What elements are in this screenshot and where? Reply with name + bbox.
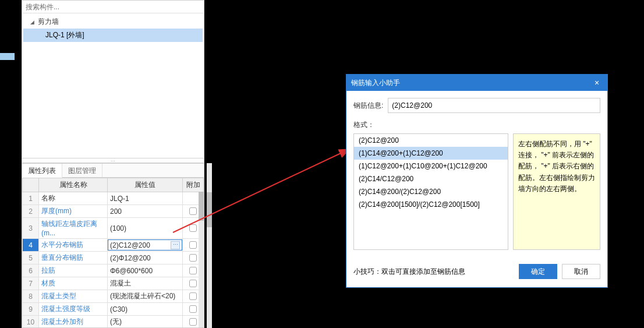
prop-value[interactable]: (2)Φ12@200	[108, 252, 183, 264]
row-index: 8	[23, 290, 39, 303]
prop-value[interactable]: 200	[108, 205, 183, 218]
table-row[interactable]: 3轴线距左墙皮距离(m...(100)	[23, 218, 204, 239]
tab-properties[interactable]: 属性列表	[22, 164, 62, 178]
tree-label: JLQ-1 [外墙]	[45, 31, 84, 39]
prop-label: 混凝土强度等级	[39, 303, 108, 316]
prop-value[interactable]: (2)C12@200⋯	[108, 239, 183, 252]
cancel-button[interactable]: 取消	[562, 264, 600, 279]
outer-scrollbar[interactable]	[207, 163, 212, 328]
tree-node-child[interactable]: JLQ-1 [外墙]	[23, 29, 203, 42]
row-index: 10	[23, 316, 39, 329]
prop-label: 轴线距左墙皮距离(m...	[39, 218, 108, 239]
properties-panel: 属性列表 图层管理 属性名称 属性值 附加 1名称JLQ-12厚度(mm)200…	[22, 163, 204, 328]
scrollbar[interactable]	[199, 192, 204, 328]
search-input[interactable]	[22, 1, 204, 13]
side-marker	[0, 53, 15, 60]
checkbox[interactable]	[189, 254, 197, 262]
prop-value[interactable]: JLQ-1	[108, 192, 183, 205]
prop-label: 拉筋	[39, 264, 108, 277]
format-item[interactable]: (2)C14@200/(2)C12@200	[354, 185, 508, 198]
row-index: 2	[23, 205, 39, 218]
checkbox[interactable]	[189, 241, 197, 249]
ellipsis-icon[interactable]: ⋯	[171, 241, 180, 249]
table-row[interactable]: 8混凝土类型(现浇混凝土碎石<20)	[23, 290, 204, 303]
component-tree-panel: ◢ 剪力墙 JLQ-1 [外墙]	[22, 0, 204, 158]
prop-label: 名称	[39, 192, 108, 205]
format-item[interactable]: (2)C14@200[1500]/(2)C12@200[1500]	[354, 198, 508, 211]
table-row[interactable]: 5垂直分布钢筋(2)Φ12@200	[23, 252, 204, 264]
checkbox[interactable]	[189, 207, 197, 215]
format-item[interactable]: (1)C14@200+(1)C12@200	[354, 147, 508, 160]
table-row[interactable]: 7材质混凝土	[23, 277, 204, 290]
format-label: 格式：	[353, 120, 600, 130]
format-tip: 左右侧配筋不同，用 "+" 连接， "+" 前表示左侧的配筋， "+" 后表示右…	[513, 133, 600, 250]
table-row[interactable]: 6拉筋Φ6@600*600	[23, 264, 204, 277]
prop-label: 材质	[39, 277, 108, 290]
tree-node-root[interactable]: ◢ 剪力墙	[23, 16, 203, 28]
ok-button[interactable]: 确定	[519, 264, 557, 279]
component-tree: ◢ 剪力墙 JLQ-1 [外墙]	[22, 13, 204, 45]
format-item[interactable]: (1)C12@200+(1)C10@200+(1)C12@200	[354, 160, 508, 172]
row-index: 5	[23, 252, 39, 264]
dialog-title: 钢筋输入小助手	[351, 78, 400, 88]
prop-value[interactable]: (100)	[108, 218, 183, 239]
checkbox[interactable]	[189, 267, 197, 274]
chevron-down-icon: ◢	[30, 19, 35, 25]
tab-layers[interactable]: 图层管理	[62, 164, 102, 177]
dialog-titlebar[interactable]: 钢筋输入小助手 ×	[346, 75, 607, 91]
prop-label: 混凝土外加剂	[39, 316, 108, 329]
row-index: 3	[23, 218, 39, 239]
checkbox[interactable]	[189, 292, 197, 300]
prop-label: 厚度(mm)	[39, 205, 108, 218]
prop-value[interactable]: Φ6@600*600	[108, 264, 183, 277]
scroll-thumb[interactable]	[199, 192, 204, 221]
rebar-helper-dialog: 钢筋输入小助手 × 钢筋信息: 格式： (2)C12@200(1)C14@200…	[346, 74, 608, 288]
checkbox[interactable]	[189, 305, 197, 313]
row-index: 4	[23, 239, 39, 252]
table-row[interactable]: 9混凝土强度等级(C30)	[23, 303, 204, 316]
table-row[interactable]: 4水平分布钢筋(2)C12@200⋯	[23, 239, 204, 252]
value-text: (2)C12@200	[110, 241, 150, 249]
rebar-info-input[interactable]	[388, 98, 600, 113]
close-icon[interactable]: ×	[591, 78, 603, 87]
properties-table: 属性名称 属性值 附加 1名称JLQ-12厚度(mm)2003轴线距左墙皮距离(…	[22, 178, 204, 328]
row-index: 1	[23, 192, 39, 205]
col-value: 属性值	[108, 178, 183, 192]
resize-handle[interactable]: ⋯	[22, 158, 204, 163]
dialog-hint: 小技巧：双击可直接添加至钢筋信息	[353, 267, 465, 277]
prop-label: 垂直分布钢筋	[39, 252, 108, 264]
info-label: 钢筋信息:	[353, 101, 383, 111]
format-item[interactable]: (2)C12@200	[354, 134, 508, 147]
row-index: 7	[23, 277, 39, 290]
prop-value[interactable]: (无)	[108, 316, 183, 329]
prop-label: 水平分布钢筋	[39, 239, 108, 252]
prop-value[interactable]: (现浇混凝土碎石<20)	[108, 290, 183, 303]
col-index	[23, 178, 39, 192]
format-item[interactable]: (2)C14/C12@200	[354, 172, 508, 185]
prop-label: 混凝土类型	[39, 290, 108, 303]
prop-value[interactable]: (C30)	[108, 303, 183, 316]
prop-value[interactable]: 混凝土	[108, 277, 183, 290]
tree-label: 剪力墙	[38, 17, 59, 26]
tabs: 属性列表 图层管理	[22, 164, 204, 178]
table-row[interactable]: 10混凝土外加剂(无)	[23, 316, 204, 329]
dialog-footer: 小技巧：双击可直接添加至钢筋信息 确定 取消	[346, 257, 607, 286]
table-row[interactable]: 2厚度(mm)200	[23, 205, 204, 218]
col-extra: 附加	[183, 178, 204, 192]
outer-scroll-thumb[interactable]	[207, 192, 212, 227]
row-index: 9	[23, 303, 39, 316]
checkbox[interactable]	[189, 318, 197, 326]
row-index: 6	[23, 264, 39, 277]
value-editor[interactable]: (2)C12@200⋯	[108, 239, 182, 251]
format-list[interactable]: (2)C12@200(1)C14@200+(1)C12@200(1)C12@20…	[353, 133, 508, 250]
table-row[interactable]: 1名称JLQ-1	[23, 192, 204, 205]
checkbox[interactable]	[189, 280, 197, 287]
dialog-body: 钢筋信息: 格式： (2)C12@200(1)C14@200+(1)C12@20…	[346, 91, 607, 257]
col-name: 属性名称	[39, 178, 108, 192]
checkbox[interactable]	[189, 224, 197, 232]
